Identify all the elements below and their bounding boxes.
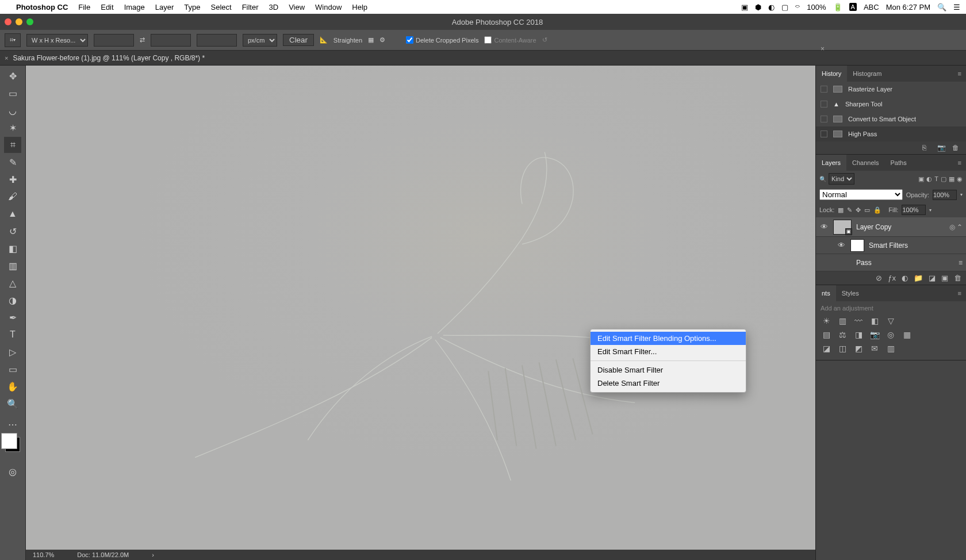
clear-button[interactable]: Clear <box>283 34 314 46</box>
input-source-label[interactable]: ABC <box>864 3 879 11</box>
crop-height-input[interactable] <box>151 34 191 47</box>
lock-position-icon[interactable]: ✥ <box>856 206 861 214</box>
crop-tool-icon[interactable]: ⌗▾ <box>5 33 21 47</box>
dodge-tool[interactable]: ◑ <box>4 292 21 308</box>
airplay-icon[interactable]: ▢ <box>781 3 788 11</box>
link-layers-icon[interactable]: ⊘ <box>876 274 882 282</box>
tab-paths[interactable]: Paths <box>885 155 913 171</box>
exposure-icon[interactable]: ◧ <box>869 315 880 327</box>
layer-name[interactable]: Layer Copy <box>856 223 891 231</box>
zoom-window-button[interactable] <box>26 18 33 25</box>
brightness-icon[interactable]: ☀ <box>821 315 832 327</box>
menu-help[interactable]: Help <box>352 3 367 11</box>
eyedropper-tool[interactable]: ✎ <box>4 154 21 170</box>
tab-styles[interactable]: Styles <box>836 285 865 301</box>
menu-select[interactable]: Select <box>210 3 231 11</box>
menu-3d[interactable]: 3D <box>269 3 279 11</box>
invert-icon[interactable]: ◪ <box>821 343 832 354</box>
tab-layers[interactable]: Layers <box>816 155 846 171</box>
hue-icon[interactable]: ▤ <box>821 329 832 340</box>
quick-select-tool[interactable]: ✶ <box>4 120 21 136</box>
creative-cloud-icon[interactable]: ◐ <box>768 3 775 11</box>
quick-mask-icon[interactable]: ◎ <box>4 463 21 480</box>
filter-shape-icon[interactable]: ▢ <box>941 175 946 183</box>
filter-smart-icon[interactable]: ▦ <box>949 175 954 183</box>
tab-adjustments[interactable]: nts <box>816 285 836 301</box>
history-item[interactable]: Rasterize Layer <box>816 82 966 97</box>
fill-input[interactable] <box>902 205 926 215</box>
tab-history[interactable]: History <box>816 66 847 82</box>
create-document-icon[interactable]: ⎘ <box>922 144 931 152</box>
swap-dimensions-icon[interactable]: ⇄ <box>140 36 145 44</box>
bw-icon[interactable]: ◨ <box>853 329 864 340</box>
panel-menu-icon[interactable]: ≡ <box>953 159 966 166</box>
status-flyout-icon[interactable]: › <box>152 551 154 558</box>
crop-resolution-input[interactable] <box>197 34 237 47</box>
curves-icon[interactable]: 〰 <box>853 315 864 327</box>
filter-toggle-icon[interactable]: ◉ <box>957 175 963 183</box>
blend-mode-select[interactable]: Normal <box>819 189 903 200</box>
wifi-icon[interactable]: ⌔ <box>795 3 800 11</box>
channel-mixer-icon[interactable]: ◎ <box>885 329 896 340</box>
doc-size[interactable]: Doc: 11.0M/22.0M <box>77 551 129 558</box>
layer-thumbnail[interactable]: ▣ <box>833 220 852 235</box>
battery-icon[interactable]: 🔋 <box>833 3 842 11</box>
filter-blending-icon[interactable]: ≡ <box>959 259 963 267</box>
resolution-unit-select[interactable]: px/cm <box>243 34 277 47</box>
delete-layer-icon[interactable]: 🗑 <box>954 274 961 282</box>
straighten-label[interactable]: Straighten <box>334 37 362 44</box>
content-aware-checkbox[interactable]: Content-Aware <box>484 36 536 44</box>
straighten-icon[interactable]: 📐 <box>320 36 328 44</box>
menu-edit[interactable]: Edit <box>101 3 113 11</box>
blur-tool[interactable]: △ <box>4 275 21 291</box>
document-tab[interactable]: × Sakura Flower-before (1).jpg @ 111% (L… <box>5 54 205 62</box>
zoom-level[interactable]: 110.7% <box>33 551 54 558</box>
crop-tool[interactable]: ⌗ <box>4 137 21 153</box>
tab-histogram[interactable]: Histogram <box>847 66 887 82</box>
opacity-input[interactable] <box>933 190 957 200</box>
brush-tool[interactable]: 🖌 <box>4 189 21 205</box>
color-balance-icon[interactable]: ⚖ <box>837 329 848 340</box>
history-item[interactable]: High Pass <box>816 126 966 141</box>
foreground-background-swatch[interactable] <box>5 437 20 452</box>
smart-filter-toggle-icon[interactable]: ◎ ⌃ <box>949 223 963 231</box>
edit-toolbar-icon[interactable]: ⋯ <box>4 416 21 432</box>
dropbox-icon[interactable]: ⬢ <box>755 3 761 11</box>
clone-stamp-tool[interactable]: ▲ <box>4 206 21 222</box>
lock-paint-icon[interactable]: ✎ <box>847 206 852 214</box>
smart-filters-row[interactable]: 👁 Smart Filters <box>816 237 966 254</box>
app-name[interactable]: Photoshop CC <box>16 3 68 11</box>
lock-artboard-icon[interactable]: ▭ <box>864 206 870 214</box>
menu-edit-blending-options[interactable]: Edit Smart Filter Blending Options... <box>591 332 746 345</box>
history-brush-tool[interactable]: ↺ <box>4 223 21 239</box>
levels-icon[interactable]: ▥ <box>837 315 848 327</box>
filter-visibility-icon[interactable]: 👁 <box>837 241 846 250</box>
layer-visibility-icon[interactable]: 👁 <box>819 223 829 231</box>
lasso-tool[interactable]: ◡ <box>4 102 21 118</box>
menu-view[interactable]: View <box>289 3 305 11</box>
history-item[interactable]: ▲Sharpen Tool <box>816 97 966 112</box>
layer-row[interactable]: 👁 ▣ Layer Copy ◎ ⌃ <box>816 217 966 237</box>
layer-filter-kind[interactable]: Kind <box>829 173 854 185</box>
delete-state-icon[interactable]: 🗑 <box>952 144 961 152</box>
crop-options-icon[interactable]: ⚙ <box>379 36 385 44</box>
tab-channels[interactable]: Channels <box>846 155 884 171</box>
move-tool[interactable]: ✥ <box>4 68 21 84</box>
new-adjust-layer-icon[interactable]: ◪ <box>929 274 936 282</box>
menu-type[interactable]: Type <box>184 3 200 11</box>
gradient-map-icon[interactable]: ✉ <box>869 343 880 354</box>
menu-edit-smart-filter[interactable]: Edit Smart Filter... <box>591 345 746 358</box>
photo-filter-icon[interactable]: 📷 <box>869 329 880 340</box>
layer-mask-icon[interactable]: ◐ <box>902 274 908 282</box>
clock[interactable]: Mon 6:27 PM <box>886 3 930 11</box>
menu-window[interactable]: Window <box>315 3 342 11</box>
pen-tool[interactable]: ✒ <box>4 309 21 325</box>
crop-width-input[interactable] <box>94 34 134 47</box>
filter-pixel-icon[interactable]: ▣ <box>918 175 924 183</box>
menu-layer[interactable]: Layer <box>155 3 174 11</box>
filter-mask-thumbnail[interactable] <box>850 239 864 252</box>
tray-icon[interactable]: ▣ <box>741 3 748 11</box>
rectangle-tool[interactable]: ▭ <box>4 361 21 377</box>
type-tool[interactable]: T <box>4 327 21 343</box>
panel-menu-icon[interactable]: ≡ <box>953 70 966 77</box>
